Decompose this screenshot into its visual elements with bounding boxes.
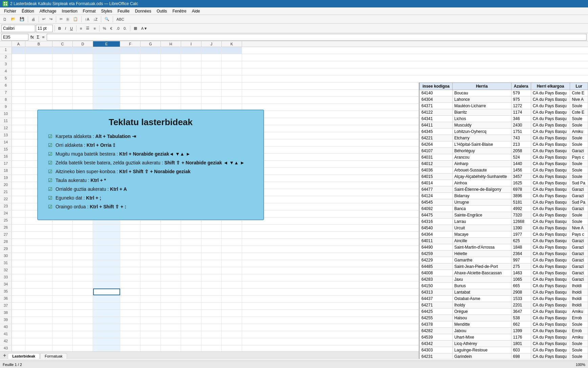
cell-H43[interactable] — [161, 345, 181, 351]
data-cell-L[interactable]: 64303 — [420, 347, 453, 353]
open-button[interactable]: 📂 — [9, 16, 17, 22]
data-cell-N[interactable]: 3896 — [511, 193, 531, 199]
cell-C33[interactable] — [52, 274, 73, 281]
data-cell-M[interactable]: Halsou — [453, 315, 511, 321]
data-cell-P[interactable]: Errob — [570, 315, 588, 321]
cell-J30[interactable] — [201, 253, 222, 260]
data-cell-P[interactable]: Iholdi — [570, 296, 588, 302]
col-header-D[interactable]: D — [73, 41, 93, 47]
data-cell-M[interactable]: Urcuit — [453, 225, 511, 231]
cell-J37[interactable] — [201, 303, 222, 309]
cell-J7[interactable] — [201, 90, 222, 96]
data-cell-P[interactable]: Soule — [570, 103, 588, 109]
data-cell-N[interactable]: 1456 — [511, 167, 531, 174]
cell-F39[interactable] — [120, 317, 140, 324]
data-cell-P[interactable]: Soule — [570, 135, 588, 141]
data-cell-P[interactable]: Garazi — [570, 193, 588, 199]
decrease-decimal-button[interactable]: 0. — [122, 25, 128, 31]
cell-C42[interactable] — [52, 338, 73, 345]
cell-I27[interactable] — [181, 232, 201, 238]
cell-B38[interactable] — [25, 310, 52, 317]
cell-D34[interactable] — [73, 281, 93, 288]
data-cell-M[interactable]: Ahaxe-Alciette-Bascassan — [453, 270, 511, 276]
data-cell-O[interactable]: CA du Pays Basqu — [531, 186, 570, 193]
cell-E32[interactable] — [93, 267, 120, 274]
data-cell-P[interactable]: Cote E — [570, 109, 588, 116]
col-P-header[interactable]: Lur — [570, 83, 588, 90]
cell-C27[interactable] — [52, 232, 73, 238]
cell-G30[interactable] — [140, 253, 161, 260]
data-cell-N[interactable]: 1848 — [511, 244, 531, 251]
cell-A15[interactable] — [12, 146, 25, 153]
data-cell-L[interactable]: 64378 — [420, 321, 453, 328]
cell-B34[interactable] — [25, 281, 52, 288]
data-cell-M[interactable]: Ainharp — [453, 161, 511, 167]
cell-E4[interactable] — [93, 68, 120, 75]
data-cell-P[interactable]: Garazi — [570, 186, 588, 193]
cell-J1[interactable] — [201, 47, 222, 54]
cell-E38[interactable] — [93, 310, 120, 317]
cell-K7[interactable] — [222, 90, 242, 96]
cell-J41[interactable] — [201, 331, 222, 338]
paste-button[interactable]: 📋 — [71, 16, 80, 22]
data-cell-L[interactable]: 64477 — [420, 186, 453, 193]
cell-F35[interactable] — [120, 289, 140, 295]
cell-B5[interactable] — [25, 75, 52, 82]
data-cell-M[interactable]: Ainhoa — [453, 180, 511, 186]
cell-I32[interactable] — [181, 267, 201, 274]
cell-A42[interactable] — [12, 338, 25, 345]
data-cell-P[interactable]: Soule — [570, 122, 588, 129]
data-cell-N[interactable]: 579 — [511, 90, 531, 96]
menu-edition[interactable]: Édition — [19, 8, 37, 14]
cell-F8[interactable] — [120, 97, 140, 104]
cell-A38[interactable] — [12, 310, 25, 317]
data-cell-L[interactable]: 64539 — [420, 334, 453, 341]
cell-F26[interactable] — [120, 225, 140, 231]
cell-G33[interactable] — [140, 274, 161, 281]
data-cell-O[interactable]: CA du Pays Basqu — [531, 353, 570, 359]
data-cell-N[interactable]: 1533 — [511, 296, 531, 302]
cell-A16[interactable] — [12, 154, 25, 160]
cell-F6[interactable] — [120, 83, 140, 89]
data-cell-N[interactable]: 1977 — [511, 231, 531, 238]
cell-F34[interactable] — [120, 281, 140, 288]
cell-J29[interactable] — [201, 246, 222, 253]
data-cell-O[interactable]: CA du Pays Basqu — [531, 180, 570, 186]
data-cell-L[interactable]: 64221 — [420, 135, 453, 141]
cell-C34[interactable] — [52, 281, 73, 288]
cell-J5[interactable] — [201, 75, 222, 82]
cell-D40[interactable] — [73, 324, 93, 331]
cell-J32[interactable] — [201, 267, 222, 274]
cell-K38[interactable] — [222, 310, 242, 317]
cell-K3[interactable] — [222, 61, 242, 68]
data-cell-O[interactable]: CA du Pays Basqu — [531, 289, 570, 296]
cell-E26[interactable] — [93, 225, 120, 231]
data-cell-L[interactable]: 64124 — [420, 193, 453, 199]
col-header-E[interactable]: E — [93, 41, 120, 47]
cell-B3[interactable] — [25, 61, 52, 68]
col-header-A[interactable]: A — [12, 41, 25, 47]
col-header-I[interactable]: I — [181, 41, 201, 47]
data-cell-P[interactable]: Soule — [570, 141, 588, 148]
data-cell-N[interactable]: 997 — [511, 257, 531, 263]
cell-J38[interactable] — [201, 310, 222, 317]
cell-I42[interactable] — [181, 338, 201, 345]
data-cell-N[interactable]: 1463 — [511, 270, 531, 276]
col-header-F[interactable]: F — [120, 41, 140, 47]
data-cell-N[interactable]: 275 — [511, 263, 531, 270]
cell-B41[interactable] — [25, 331, 52, 338]
cell-D31[interactable] — [73, 260, 93, 267]
data-cell-O[interactable]: CA du Pays Basqu — [531, 141, 570, 148]
data-cell-L[interactable]: 64341 — [420, 116, 453, 122]
data-cell-O[interactable]: CA du Pays Basqu — [531, 283, 570, 289]
data-cell-L[interactable]: 64150 — [420, 283, 453, 289]
col-M-header[interactable]: Herria — [453, 83, 511, 90]
cell-H39[interactable] — [161, 317, 181, 324]
data-cell-L[interactable]: 64540 — [420, 225, 453, 231]
data-cell-M[interactable]: Garindein — [453, 353, 511, 359]
cell-A24[interactable] — [12, 210, 25, 217]
currency-button[interactable]: € — [109, 25, 114, 31]
cell-A9[interactable] — [12, 104, 25, 111]
data-cell-P[interactable]: Soule — [570, 341, 588, 347]
data-cell-O[interactable]: CA du Pays Basqu — [531, 244, 570, 251]
